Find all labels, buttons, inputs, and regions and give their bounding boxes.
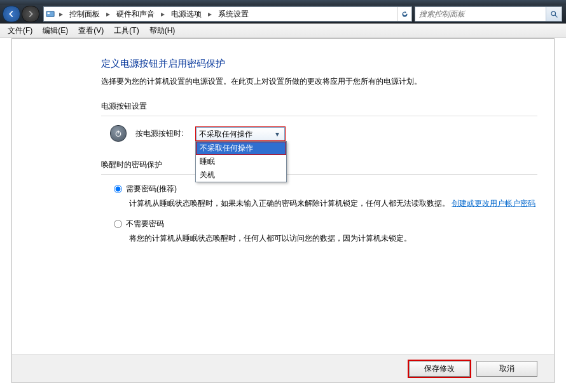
radio-need-password-desc: 计算机从睡眠状态唤醒时，如果未输入正确的密码来解除计算机锁定，任何人都无法读取数… <box>129 197 537 210</box>
save-button[interactable]: 保存修改 <box>409 361 470 377</box>
page-title: 定义电源按钮并启用密码保护 <box>101 58 537 70</box>
radio-no-password-label: 不需要密码 <box>126 219 164 229</box>
combo-option[interactable]: 不采取任何操作 <box>196 142 286 155</box>
control-panel-icon <box>44 10 57 18</box>
menu-view[interactable]: 查看(V) <box>73 24 109 37</box>
breadcrumb-item[interactable]: 硬件和声音 <box>113 7 158 21</box>
section-power-title: 电源按钮设置 <box>101 101 537 112</box>
page-description: 选择要为您的计算机设置的电源设置。在此页上对设置所做的更改将应用于您所有的电源计… <box>101 76 537 87</box>
create-change-password-link[interactable]: 创建或更改用户帐户密码 <box>452 199 535 208</box>
search-button[interactable] <box>546 7 562 21</box>
nav-forward-button <box>22 6 39 22</box>
search-box[interactable] <box>415 6 562 22</box>
power-icon <box>110 125 127 142</box>
footer: 保存修改 取消 <box>12 354 554 382</box>
refresh-icon <box>401 10 409 18</box>
combo-option[interactable]: 关机 <box>196 168 286 182</box>
divider <box>101 116 537 116</box>
chevron-right-icon: ▸ <box>205 10 214 18</box>
menubar: 文件(F) 编辑(E) 查看(V) 工具(T) 帮助(H) <box>0 24 566 38</box>
divider <box>101 174 537 175</box>
cancel-button[interactable]: 取消 <box>476 361 537 377</box>
menu-tools[interactable]: 工具(T) <box>109 24 144 37</box>
section-wake-title: 唤醒时的密码保护 <box>101 159 537 170</box>
nav-back-button[interactable] <box>3 6 20 22</box>
radio-need-password-input[interactable] <box>114 185 122 193</box>
chevron-right-icon: ▸ <box>57 10 66 18</box>
chevron-right-icon: ▸ <box>104 10 113 18</box>
power-button-row: 按电源按钮时: 不采取任何操作 ▾ 不采取任何操作 睡眠 关机 <box>110 125 537 142</box>
search-input[interactable] <box>415 10 546 18</box>
breadcrumb-item[interactable]: 控制面板 <box>66 7 104 21</box>
address-bar[interactable]: ▸ 控制面板 ▸ 硬件和声音 ▸ 电源选项 ▸ 系统设置 <box>43 6 412 22</box>
menu-help[interactable]: 帮助(H) <box>144 24 181 37</box>
combo-selected-value: 不采取任何操作 <box>199 129 252 140</box>
search-icon <box>550 10 558 18</box>
radio-need-password-label: 需要密码(推荐) <box>126 184 177 194</box>
radio-need-password[interactable]: 需要密码(推荐) <box>114 184 537 194</box>
content-panel: 定义电源按钮并启用密码保护 选择要为您的计算机设置的电源设置。在此页上对设置所做… <box>11 38 555 383</box>
navbar: ▸ 控制面板 ▸ 硬件和声音 ▸ 电源选项 ▸ 系统设置 <box>0 5 566 24</box>
breadcrumb-item[interactable]: 电源选项 <box>167 7 205 21</box>
radio-no-password-input[interactable] <box>114 220 122 228</box>
radio-no-password[interactable]: 不需要密码 <box>114 219 537 229</box>
svg-point-2 <box>551 11 556 16</box>
power-action-dropdown: 不采取任何操作 睡眠 关机 <box>195 141 287 182</box>
chevron-right-icon: ▸ <box>158 10 167 18</box>
combo-option[interactable]: 睡眠 <box>196 155 286 168</box>
titlebar <box>0 0 566 5</box>
power-action-combo[interactable]: 不采取任何操作 ▾ 不采取任何操作 睡眠 关机 <box>196 127 285 140</box>
svg-rect-1 <box>48 12 50 14</box>
refresh-button[interactable] <box>397 7 411 21</box>
power-button-label: 按电源按钮时: <box>135 128 183 139</box>
radio-no-password-desc: 将您的计算机从睡眠状态唤醒时，任何人都可以访问您的数据，因为计算机未锁定。 <box>129 232 537 245</box>
chevron-down-icon: ▾ <box>273 130 282 139</box>
arrow-right-icon <box>26 10 35 18</box>
breadcrumb-item[interactable]: 系统设置 <box>214 7 252 21</box>
menu-file[interactable]: 文件(F) <box>3 24 38 37</box>
arrow-left-icon <box>7 10 16 18</box>
svg-line-3 <box>555 15 557 17</box>
window: ▸ 控制面板 ▸ 硬件和声音 ▸ 电源选项 ▸ 系统设置 文件(F) 编辑(E)… <box>0 0 566 392</box>
menu-edit[interactable]: 编辑(E) <box>38 24 73 37</box>
